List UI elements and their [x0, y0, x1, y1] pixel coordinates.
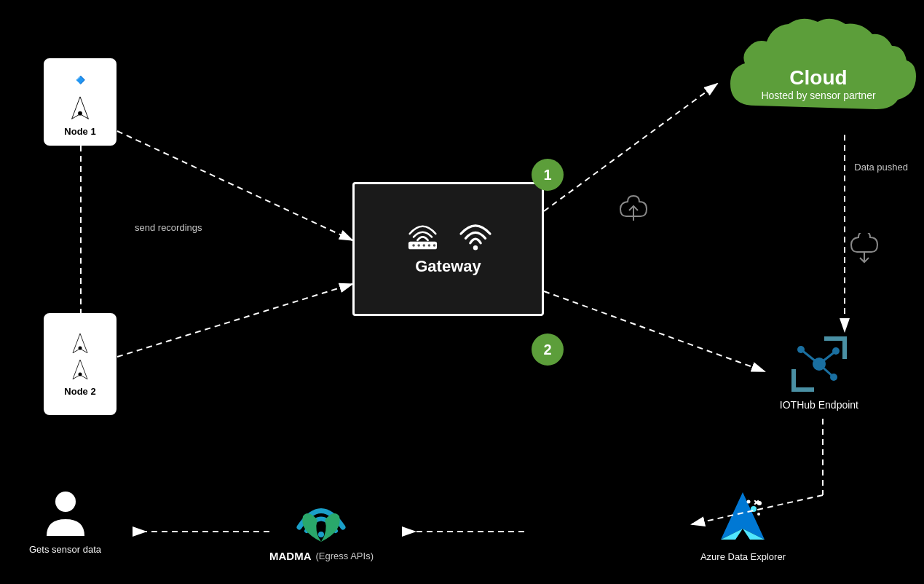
azure-label: Azure Data Explorer: [700, 551, 786, 562]
node2-box: Node 2: [44, 313, 117, 415]
node2-sensor-icon-bottom: [69, 358, 91, 383]
node1-sensor-icon: [67, 95, 93, 123]
gateway-box: Gateway: [352, 182, 544, 316]
iothub-box: IOTHub Endpoint: [780, 335, 858, 411]
person-icon: [44, 489, 87, 540]
svg-point-23: [428, 244, 431, 247]
svg-point-24: [433, 244, 436, 247]
step-2-circle: 2: [532, 334, 564, 366]
svg-point-43: [747, 500, 751, 504]
data-pushed-label: Data pushed: [854, 162, 908, 173]
svg-line-7: [544, 291, 765, 371]
router-icon: [403, 222, 443, 251]
upload-cloud-icon: [617, 193, 649, 230]
iothub-icon: [786, 335, 852, 393]
node2-sensor-icon-top: [69, 332, 91, 357]
node1-label: Node 1: [64, 126, 95, 137]
svg-point-22: [423, 244, 426, 247]
gets-sensor-data-label: Gets sensor data: [29, 544, 101, 555]
svg-point-34: [832, 347, 840, 355]
svg-point-44: [757, 513, 760, 516]
svg-marker-15: [73, 334, 87, 353]
person-box: Gets sensor data: [29, 489, 101, 555]
svg-line-4: [117, 284, 352, 357]
svg-point-20: [412, 244, 415, 247]
svg-marker-38: [721, 492, 765, 540]
madma-label: MADMA: [269, 550, 312, 562]
svg-point-25: [473, 245, 478, 250]
svg-point-37: [318, 532, 324, 537]
svg-point-16: [79, 346, 82, 350]
send-recordings-label: send recordings: [135, 222, 202, 233]
download-cloud-icon: [848, 233, 880, 270]
svg-point-18: [79, 372, 82, 376]
madma-box: MADMA (Egress APIs): [269, 491, 374, 562]
node2-label: Node 2: [64, 386, 95, 397]
step-1-circle: 1: [532, 159, 564, 191]
node1-box: 🔹 Node 1: [44, 58, 117, 146]
cloud-container: Cloud Hosted by sensor partner: [716, 11, 921, 131]
cloud-subtitle: Hosted by sensor partner: [761, 90, 875, 101]
azure-data-explorer-box: Azure Data Explorer: [700, 489, 786, 562]
svg-point-35: [830, 374, 837, 381]
iothub-label: IOTHub Endpoint: [780, 399, 858, 411]
madma-sub-label: (Egress APIs): [316, 551, 374, 561]
svg-point-41: [751, 506, 757, 512]
wifi-icon: [457, 222, 494, 251]
svg-marker-17: [73, 360, 87, 379]
svg-marker-13: [72, 97, 89, 119]
gateway-icons: [403, 222, 494, 251]
svg-point-14: [78, 111, 82, 116]
gateway-label: Gateway: [415, 257, 481, 276]
svg-point-36: [55, 492, 76, 512]
madma-icon: [292, 491, 350, 545]
svg-line-6: [544, 84, 717, 211]
cloud-title: Cloud: [789, 66, 847, 90]
node1-icon: 🔹: [67, 67, 94, 92]
svg-point-33: [797, 346, 805, 353]
azure-icon: [714, 489, 772, 547]
svg-point-21: [417, 244, 420, 247]
